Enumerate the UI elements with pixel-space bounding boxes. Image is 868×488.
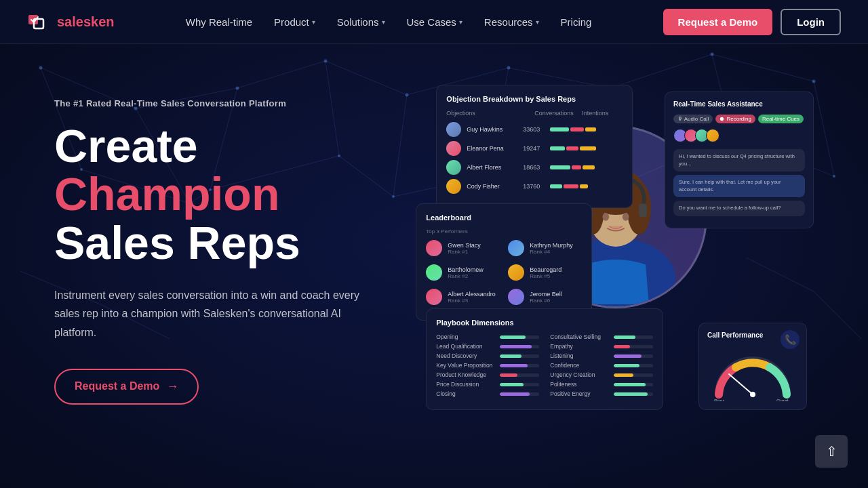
col-header-intentions: Intentions [582,110,623,117]
avatar-guy [446,122,461,137]
pb-row-listening: Listening [550,352,653,359]
col-header-conversations: Conversations [534,110,575,117]
hero-dashboard: Objection Breakdown by Sales Reps Object… [416,85,814,464]
scroll-to-top-button[interactable]: ⇧ [815,435,848,468]
chat-text-2: Sure, I can help with that. Let me pull … [679,179,800,193]
pb-row-need: Need Discovery [436,352,539,359]
chat-bubble-3: Do you want me to schedule a follow-up c… [673,201,805,216]
num-eleanor: 19247 [523,145,545,152]
num-guy: 33603 [523,126,545,133]
pb-row-politeness: Politeness [550,381,653,388]
col-header-objections: Objections [446,110,528,117]
hero-left: The #1 Rated Real-Time Sales Conversatio… [54,85,416,405]
realtime-avatars [673,129,805,142]
nav-why-realtime[interactable]: Why Real-time [186,16,252,28]
objection-row-3: Albert Flores 18663 [446,160,623,175]
leaderboard-title: Leaderboard [426,214,582,222]
avatar-eleanor [446,141,461,156]
avatar-cody [446,179,461,194]
logo[interactable]: salesken [27,9,115,34]
phone-icon: 📞 [785,334,796,345]
hero-cta-label: Request a Demo [75,380,159,392]
lb-avatar-bart [426,264,442,281]
pb-row-pk: Product Knowledge [436,371,539,378]
pb-row-energy: Positive Energy [550,390,653,397]
nav-actions: Request a Demo Login [663,9,841,35]
name-guy: Guy Hawkins [467,126,517,133]
lb-score-albert-a: Rank #3 [448,298,496,304]
objection-card-title: Objection Breakdown by Sales Reps [446,95,623,103]
logo-sales: sales [57,14,91,29]
bars-guy [550,127,596,131]
bars-cody [550,184,588,188]
hero-tagline: The #1 Rated Real-Time Sales Conversatio… [54,98,416,108]
playbook-title: Playbook Dimensions [436,319,653,327]
svg-text:Great: Great [776,399,789,401]
lb-avatar-gwen [426,240,442,256]
phone-icon-container: 📞 [781,330,800,349]
tag-recording: ⏺ Recording [715,115,755,123]
svg-text:Poor: Poor [714,399,724,401]
playbook-left-items: Opening Lead Qualification Need Discover… [436,333,539,400]
objection-row-1: Guy Hawkins 33603 [446,122,623,137]
objection-row-4: Cody Fisher 13760 [446,179,623,194]
nav-login-button[interactable]: Login [781,9,841,35]
num-cody: 13760 [523,183,545,190]
svg-rect-59 [639,203,648,217]
pb-row-urgency: Urgency Creation [550,371,653,378]
lb-score-jerome: Rank #6 [530,298,562,304]
pb-row-closing: Closing [436,390,539,397]
lb-row-beauregard: Beauregard Rank #5 [508,264,582,281]
pb-row-price: Price Discussion [436,381,539,388]
lb-row-gwen: Gwen Stacy Rank #1 [426,240,500,256]
pb-row-lead: Lead Qualification [436,343,539,350]
navbar: salesken Why Real-time Product ▾ Solutio… [0,0,868,44]
name-eleanor: Eleanor Pena [467,145,517,152]
objection-row-2: Eleanor Pena 19247 [446,141,623,156]
realtime-tags: 🎙 Audio Call ⏺ Recording Real-time Cues [673,115,805,123]
nav-solutions[interactable]: Solutions ▾ [337,16,385,28]
hero-title-highlight: Champion [54,168,279,220]
lb-name-kathryn: Kathryn Murphy [530,242,573,249]
lb-row-kathryn: Kathryn Murphy Rank #4 [508,240,582,256]
nav-request-demo-button[interactable]: Request a Demo [663,9,773,35]
hero-title-part1: Create [54,120,198,171]
avatar-albert-f [446,160,461,175]
lb-name-bart: Bartholomew [448,266,484,273]
nav-resources[interactable]: Resources ▾ [484,16,539,28]
pb-row-opening: Opening [436,333,539,340]
hero-title-part2: Sales Reps [54,217,300,268]
rt-avatar-4 [706,129,719,142]
lb-score-bart: Rank #2 [448,273,484,279]
pb-row-empathy: Empathy [550,343,653,350]
num-albert-f: 18663 [523,164,545,171]
objection-breakdown-card: Objection Breakdown by Sales Reps Object… [436,85,633,208]
playbook-right-items: Consultative Selling Empathy Listening C… [550,333,653,400]
pb-row-kvp: Key Value Proposition [436,362,539,369]
bars-albert-f [550,165,595,169]
nav-use-cases[interactable]: Use Cases ▾ [407,16,462,28]
svg-line-61 [729,374,753,394]
lb-name-gwen: Gwen Stacy [448,242,481,249]
playbook-card: Playbook Dimensions Opening Lead Qualifi… [426,308,663,410]
hero-request-demo-button[interactable]: Request a Demo → [54,369,199,405]
leaderboard-card: Leaderboard Top 3 Performers Gwen Stacy … [416,203,592,321]
leaderboard-subtitle: Top 3 Performers [426,228,582,235]
nav-pricing[interactable]: Pricing [561,16,592,28]
pb-row-confidence: Confidence [550,362,653,369]
hero-section: The #1 Rated Real-Time Sales Conversatio… [0,44,868,488]
chat-bubble-1: Hi, I wanted to discuss our Q4 pricing s… [673,149,805,171]
lb-avatar-beau [508,264,524,281]
chevron-up-icon: ⇧ [826,443,837,460]
lb-row-jerome: Jerome Bell Rank #6 [508,289,582,305]
chat-text-3: Do you want me to schedule a follow-up c… [679,205,800,212]
name-albert-f: Albert Flores [467,164,517,171]
lb-row-bart: Bartholomew Rank #2 [426,264,500,281]
arrow-right-icon: → [166,380,178,394]
lb-name-jerome: Jerome Bell [530,291,562,298]
nav-links: Why Real-time Product ▾ Solutions ▾ Use … [186,16,592,28]
realtime-card: Real-Time Sales Assistance 🎙 Audio Call … [665,92,814,228]
nav-product[interactable]: Product ▾ [274,16,315,28]
tag-realtime-cues: Real-time Cues [758,115,804,123]
gauge: Poor Great [707,347,798,401]
